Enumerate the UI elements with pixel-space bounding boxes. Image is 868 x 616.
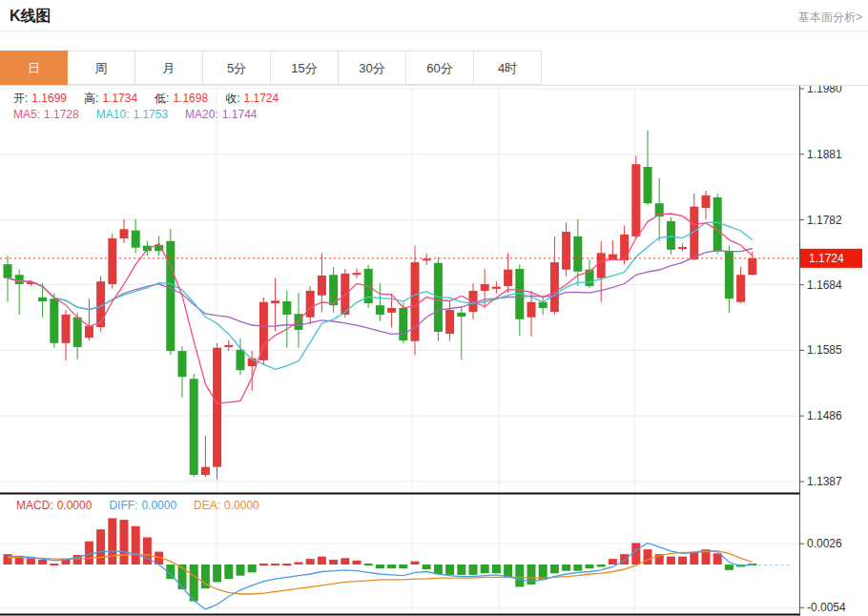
macd-bar: [399, 565, 407, 568]
candle-body: [178, 351, 187, 377]
candle-body: [631, 164, 640, 236]
macd-bar: [725, 565, 734, 570]
macd-legend: MACD:0.0000DIFF:0.0000DEA:0.0000: [16, 499, 277, 512]
candle-body: [573, 236, 582, 272]
macd-bar: [282, 564, 291, 565]
price-tick-label: 1.1782: [807, 214, 842, 227]
candle-body: [306, 291, 315, 318]
fundamental-analysis-link[interactable]: 基本面分析>: [798, 10, 862, 26]
candle-body: [550, 262, 559, 312]
candle-body: [295, 314, 303, 330]
macd-bar: [667, 557, 675, 565]
candle-body: [399, 308, 407, 340]
macd-bar: [259, 564, 268, 565]
candle-body: [527, 302, 536, 318]
price-tick-label: 1.1486: [807, 409, 842, 422]
macd-bar: [457, 565, 465, 575]
macd-bar: [515, 565, 524, 586]
candle-body: [539, 302, 548, 308]
macd-bar: [550, 565, 559, 573]
legend-item: 低:1.1698: [155, 92, 212, 105]
price-tick-label: 1.1881: [807, 148, 842, 161]
candle-body: [713, 197, 722, 251]
candle-body: [376, 305, 384, 315]
macd-bar: [341, 558, 349, 565]
candle-body: [748, 258, 756, 275]
tab-interval-4[interactable]: 15分: [271, 51, 339, 85]
macd-bar: [586, 565, 594, 568]
macd-bar: [120, 520, 129, 565]
macd-bar: [364, 564, 373, 565]
candle-body: [38, 298, 47, 301]
macd-bar: [306, 559, 315, 565]
tab-interval-2[interactable]: 月: [135, 51, 203, 85]
macd-bar: [609, 559, 617, 565]
tab-interval-3[interactable]: 5分: [203, 51, 271, 85]
page-title: K线图: [10, 7, 52, 27]
candle-body: [445, 310, 454, 334]
macd-bar: [318, 557, 326, 565]
dea-line: [8, 551, 753, 594]
interval-tabbar: 日周月5分15分30分60分4时: [0, 51, 868, 86]
candle-body: [736, 275, 745, 301]
macd-bar: [190, 565, 198, 602]
candle-body: [423, 258, 431, 260]
candle-body: [132, 231, 140, 248]
candle-body: [644, 167, 652, 203]
legend-item: DEA:0.0000: [194, 499, 263, 512]
candle-body: [224, 345, 233, 347]
tab-interval-1[interactable]: 周: [68, 51, 135, 85]
candle-body: [4, 264, 12, 278]
macd-bar: [504, 565, 512, 577]
kline-widget: K线图 基本面分析> 日周月5分15分30分60分4时 1.19801.1881…: [0, 0, 868, 616]
macd-bar: [248, 565, 257, 572]
candle-body: [353, 273, 362, 275]
diff-line: [8, 543, 753, 609]
candle-body: [213, 348, 221, 467]
macd-bar: [329, 560, 338, 565]
widget-header: K线图 基本面分析>: [0, 0, 868, 31]
legend-item: 收:1.1724: [225, 92, 282, 105]
macd-bar: [562, 565, 570, 571]
candle-body: [120, 229, 129, 238]
macd-tick-label: -0.0054: [807, 601, 846, 614]
candle-body: [73, 318, 82, 347]
macd-bar: [434, 565, 443, 574]
price-tick-label: 1.1387: [807, 475, 842, 488]
macd-bar: [50, 564, 58, 565]
macd-bar: [108, 518, 116, 565]
candle-body: [108, 238, 116, 284]
current-price-label: 1.1724: [809, 252, 844, 265]
candle-body: [562, 232, 570, 270]
macd-bar: [295, 562, 303, 565]
macd-bar: [423, 565, 431, 569]
macd-bar: [353, 561, 362, 565]
tab-interval-5[interactable]: 30分: [339, 51, 406, 85]
candle-body: [702, 195, 711, 208]
macd-bar: [411, 562, 420, 565]
macd-bar: [597, 565, 606, 567]
macd-bar: [469, 565, 478, 575]
candle-body: [504, 270, 512, 286]
candle-body: [678, 247, 687, 249]
candle-body: [318, 276, 326, 296]
candle-body: [481, 284, 489, 291]
tab-interval-6[interactable]: 60分: [406, 51, 474, 85]
macd-bar: [573, 565, 582, 571]
macd-bar: [271, 564, 279, 565]
tab-interval-7[interactable]: 4时: [474, 51, 542, 85]
candle-body: [457, 313, 465, 317]
candle-body: [15, 275, 24, 284]
ohlc-legend: 开:1.1699高:1.1734低:1.1698收:1.1724: [13, 91, 296, 107]
macd-bar: [678, 557, 687, 565]
price-tick-label: 1.1684: [807, 278, 842, 292]
macd-bar: [213, 565, 221, 582]
macd-bar: [644, 549, 652, 565]
candle-body: [282, 301, 291, 315]
macd-bar: [96, 529, 105, 565]
candle-body: [597, 253, 606, 277]
candle-body: [190, 379, 198, 475]
candle-body: [387, 308, 396, 313]
tab-interval-0[interactable]: 日: [0, 51, 68, 85]
legend-item: MA20:1.1744: [185, 108, 260, 121]
